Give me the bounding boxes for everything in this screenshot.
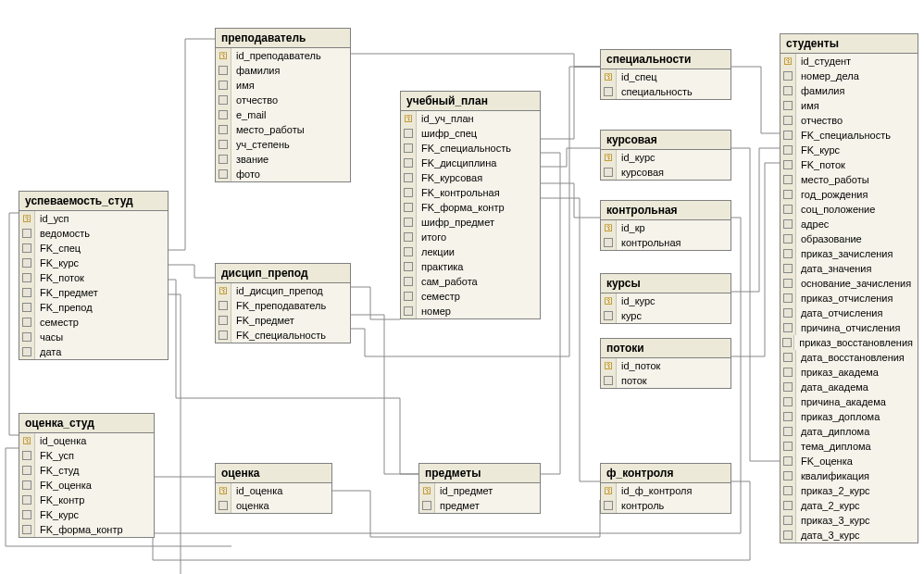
table-row[interactable]: фамилия: [780, 83, 918, 98]
table-row[interactable]: контрольная: [601, 235, 730, 250]
table-header[interactable]: преподаватель: [216, 29, 350, 48]
table-row[interactable]: приказ_доплома: [780, 409, 918, 424]
table-header[interactable]: ф_контроля: [601, 464, 730, 483]
table-row[interactable]: звание: [216, 152, 350, 167]
table-row[interactable]: дата_значения: [780, 261, 918, 276]
table-row[interactable]: id_усп: [19, 211, 168, 226]
table-row[interactable]: уч_степень: [216, 137, 350, 152]
table-row[interactable]: курсовая: [601, 165, 730, 180]
table-row[interactable]: дата_восстановления: [780, 350, 918, 365]
table-row[interactable]: приказ_3_курс: [780, 513, 918, 528]
table-row[interactable]: дата_диплома: [780, 424, 918, 439]
table-row[interactable]: id_оценка: [19, 433, 154, 448]
table-row[interactable]: FK_оценка: [19, 478, 154, 493]
table-row[interactable]: сам_работа: [401, 274, 540, 289]
table-header[interactable]: оценка_студ: [19, 414, 154, 433]
table-row[interactable]: номер: [401, 304, 540, 318]
table-progress[interactable]: успеваемость_студid_успведомостьFK_спецF…: [19, 191, 169, 360]
table-row[interactable]: FK_преподаватель: [216, 298, 350, 313]
table-header[interactable]: дисцип_препод: [216, 264, 350, 283]
table-row[interactable]: практика: [401, 259, 540, 274]
table-row[interactable]: год_рождения: [780, 187, 918, 202]
table-header[interactable]: учебный_план: [401, 92, 540, 111]
table-row[interactable]: контроль: [601, 498, 730, 513]
table-teacher[interactable]: преподавательid_преподавательфамилияимяо…: [215, 28, 351, 182]
table-row[interactable]: FK_форма_контр: [401, 200, 540, 215]
table-row[interactable]: поток: [601, 373, 730, 388]
table-row[interactable]: id_уч_план: [401, 111, 540, 126]
table-students[interactable]: студентыid_студентномер_делафамилияимяот…: [780, 33, 918, 543]
table-row[interactable]: e_mail: [216, 107, 350, 122]
table-row[interactable]: id_предмет: [419, 483, 540, 498]
table-row[interactable]: место_работы: [780, 172, 918, 187]
table-row[interactable]: FK_специальность: [401, 141, 540, 156]
table-row[interactable]: id_поток: [601, 358, 730, 373]
table-row[interactable]: тема_диплома: [780, 439, 918, 454]
table-header[interactable]: потоки: [601, 339, 730, 358]
table-row[interactable]: id_студент: [780, 54, 918, 69]
table-row[interactable]: лекции: [401, 244, 540, 259]
table-row[interactable]: ведомость: [19, 226, 168, 241]
table-row[interactable]: FK_курс: [19, 256, 168, 270]
table-row[interactable]: часы: [19, 330, 168, 344]
table-row[interactable]: шифр_предмет: [401, 215, 540, 230]
table-row[interactable]: место_работы: [216, 122, 350, 137]
table-row[interactable]: FK_поток: [780, 157, 918, 172]
table-row[interactable]: FK_дисциплина: [401, 156, 540, 170]
table-header[interactable]: курсы: [601, 274, 730, 293]
table-row[interactable]: предмет: [419, 498, 540, 513]
table-header[interactable]: специальности: [601, 50, 730, 69]
table-row[interactable]: дата_2_курс: [780, 498, 918, 513]
table-row[interactable]: FK_курс: [19, 507, 154, 522]
table-row[interactable]: адрес: [780, 217, 918, 231]
table-row[interactable]: id_оценка: [216, 483, 331, 498]
table-row[interactable]: FK_студ: [19, 463, 154, 478]
table-row[interactable]: приказ_восстановления: [780, 335, 918, 350]
table-header[interactable]: курсовая: [601, 131, 730, 150]
table-row[interactable]: FK_контрольная: [401, 185, 540, 200]
table-grade_stud[interactable]: оценка_студid_оценкаFK_успFK_студFK_оцен…: [19, 413, 155, 538]
table-row[interactable]: оценка: [216, 498, 331, 513]
table-specialties[interactable]: специальностиid_спецспециальность: [600, 49, 731, 100]
table-row[interactable]: FK_контр: [19, 493, 154, 507]
table-control[interactable]: контрольнаяid_крконтрольная: [600, 200, 731, 251]
table-row[interactable]: FK_форма_контр: [19, 522, 154, 537]
table-row[interactable]: причина_академа: [780, 394, 918, 409]
table-row[interactable]: FK_курсовая: [401, 170, 540, 185]
table-row[interactable]: FK_специальность: [780, 128, 918, 143]
table-row[interactable]: приказ_2_курс: [780, 483, 918, 498]
table-row[interactable]: FK_курс: [780, 143, 918, 157]
table-row[interactable]: имя: [216, 78, 350, 93]
table-row[interactable]: причина_отчисления: [780, 320, 918, 335]
table-row[interactable]: FK_усп: [19, 448, 154, 463]
table-row[interactable]: id_курс: [601, 150, 730, 165]
table-disc_teach[interactable]: дисцип_преподid_дисцип_преподFK_преподав…: [215, 263, 351, 343]
table-row[interactable]: дата_академа: [780, 380, 918, 394]
table-row[interactable]: id_кр: [601, 220, 730, 235]
table-flows[interactable]: потокиid_потокпоток: [600, 338, 731, 389]
table-row[interactable]: дата: [19, 344, 168, 359]
table-row[interactable]: фамилия: [216, 63, 350, 78]
table-header[interactable]: студенты: [780, 34, 918, 54]
table-row[interactable]: квалификация: [780, 468, 918, 483]
table-row[interactable]: дата_отчисления: [780, 306, 918, 320]
table-row[interactable]: id_спец: [601, 69, 730, 84]
table-row[interactable]: приказ_зачисления: [780, 246, 918, 261]
table-row[interactable]: FK_препод: [19, 300, 168, 315]
table-subjects[interactable]: предметыid_предметпредмет: [418, 463, 541, 514]
table-header[interactable]: успеваемость_студ: [19, 192, 168, 211]
table-courses[interactable]: курсыid_курскурс: [600, 273, 731, 324]
table-row[interactable]: FK_предмет: [19, 285, 168, 300]
table-row[interactable]: отчество: [780, 113, 918, 128]
table-row[interactable]: id_преподаватель: [216, 48, 350, 63]
table-grade[interactable]: оценкаid_оценкаоценка: [215, 463, 332, 514]
table-row[interactable]: FK_специальность: [216, 328, 350, 343]
table-row[interactable]: id_ф_контроля: [601, 483, 730, 498]
table-row[interactable]: FK_предмет: [216, 313, 350, 328]
table-row[interactable]: образование: [780, 231, 918, 246]
table-row[interactable]: номер_дела: [780, 69, 918, 83]
table-row[interactable]: приказ_академа: [780, 365, 918, 380]
table-header[interactable]: предметы: [419, 464, 540, 483]
table-row[interactable]: FK_спец: [19, 241, 168, 256]
table-row[interactable]: фото: [216, 167, 350, 181]
